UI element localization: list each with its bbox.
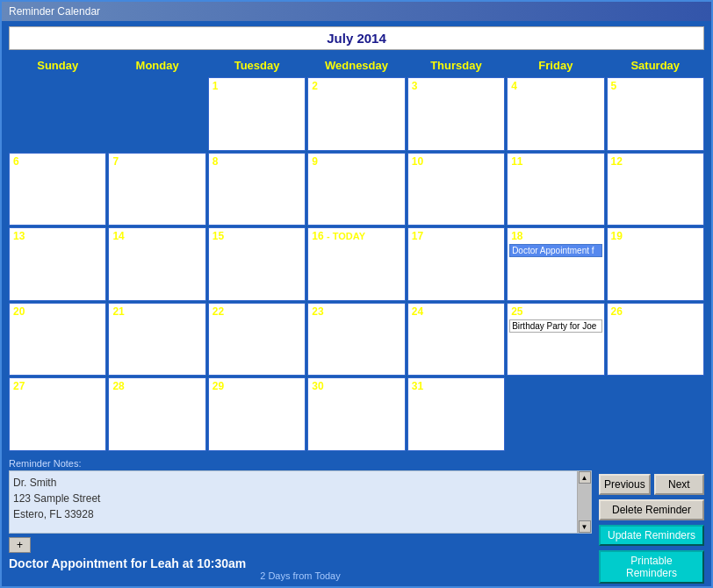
reminder-scrollbar[interactable]: ▲ ▼ — [577, 471, 591, 533]
cell-day-number: 9 — [312, 155, 318, 168]
month-header: July 2014 — [9, 26, 704, 50]
cal-cell[interactable]: 27 — [9, 377, 106, 451]
cell-day-number: 26 — [611, 305, 623, 318]
cal-cell[interactable]: 14 — [108, 227, 205, 301]
cell-day-number: 19 — [611, 230, 623, 242]
calendar-grid: 12345678910111213141516 - TODAY1718Docto… — [9, 77, 704, 451]
reminder-title-text: Doctor Appointment for Leah at 10:30am — [9, 556, 592, 570]
reminder-label: Reminder Notes: — [9, 458, 592, 469]
next-button[interactable]: Next — [654, 474, 704, 495]
cal-cell[interactable]: 22 — [208, 303, 306, 376]
event-chip[interactable]: Birthday Party for Joe — [509, 319, 601, 333]
cal-cell[interactable]: 19 — [607, 227, 704, 301]
cell-day-number: 17 — [412, 230, 423, 242]
cal-cell[interactable]: 10 — [407, 153, 505, 226]
cell-day-number: 10 — [412, 155, 423, 168]
cal-cell[interactable]: 8 — [208, 153, 306, 226]
cell-day-number: 15 — [212, 230, 224, 242]
reminder-notes-text: Dr. Smith123 Sample StreetEstero, FL 339… — [13, 475, 587, 522]
add-btn-row: + — [9, 536, 592, 553]
day-header-sunday: Sunday — [9, 55, 106, 75]
bottom-area: Reminder Notes: Dr. Smith123 Sample Stre… — [2, 455, 711, 586]
cal-cell[interactable]: 31 — [407, 377, 505, 451]
scroll-up-btn[interactable]: ▲ — [579, 471, 591, 484]
cal-cell[interactable]: 12 — [607, 153, 704, 226]
cal-cell[interactable]: 1 — [208, 77, 306, 151]
event-chip[interactable]: Doctor Appointment f — [509, 244, 601, 257]
reminder-days-text: 2 Days from Today — [9, 570, 592, 581]
cell-day-number: 30 — [312, 380, 323, 392]
day-header-saturday: Saturday — [607, 55, 704, 75]
calendar-area: July 2014 SundayMondayTuesdayWednesdayTh… — [2, 21, 711, 455]
cell-day-number: 22 — [212, 305, 224, 318]
cell-day-number: 2 — [312, 80, 318, 92]
cell-day-number: 13 — [13, 230, 25, 242]
cell-day-number: 12 — [611, 155, 623, 168]
cell-day-number: 31 — [412, 380, 423, 392]
cal-cell — [507, 377, 604, 451]
cell-day-number: 3 — [412, 80, 418, 92]
cal-cell[interactable]: 25Birthday Party for Joe — [507, 303, 604, 376]
cal-cell[interactable]: 30 — [307, 377, 405, 451]
cal-cell[interactable]: 16 - TODAY — [307, 227, 405, 301]
reminder-note-line: Dr. Smith — [13, 475, 587, 491]
cell-day-number: 25 — [511, 305, 522, 318]
cal-cell[interactable]: 6 — [9, 153, 106, 226]
cal-cell — [607, 377, 704, 451]
cal-cell[interactable]: 28 — [108, 377, 205, 451]
right-buttons-panel: Previous Next Delete Reminder Update Rem… — [599, 458, 704, 581]
previous-button[interactable]: Previous — [599, 474, 651, 495]
add-reminder-button[interactable]: + — [9, 537, 31, 553]
cell-day-number: 18 — [511, 230, 522, 242]
cell-day-number: 6 — [13, 155, 19, 168]
cell-day-number: 14 — [112, 230, 124, 242]
cal-cell[interactable]: 11 — [507, 153, 604, 226]
cal-cell[interactable]: 23 — [307, 303, 405, 376]
day-header-monday: Monday — [108, 55, 205, 75]
reminder-panel: Reminder Notes: Dr. Smith123 Sample Stre… — [9, 458, 592, 581]
cal-cell[interactable]: 24 — [407, 303, 505, 376]
update-reminders-button[interactable]: Update Reminders — [599, 525, 704, 546]
cell-day-number: 4 — [511, 80, 517, 92]
cal-cell[interactable]: 18Doctor Appointment f — [507, 227, 604, 301]
cal-cell[interactable]: 13 — [9, 227, 106, 301]
day-header-thursday: Thursday — [407, 55, 505, 75]
window-title: Reminder Calendar — [9, 5, 100, 18]
cell-day-number: 1 — [212, 80, 219, 92]
nav-row: Previous Next — [599, 474, 704, 495]
cell-day-number: 27 — [13, 380, 25, 392]
reminder-notes-box: Dr. Smith123 Sample StreetEstero, FL 339… — [9, 470, 592, 534]
cal-cell — [108, 77, 205, 151]
cell-day-number: 5 — [611, 80, 617, 92]
cal-cell[interactable]: 9 — [307, 153, 405, 226]
day-headers-row: SundayMondayTuesdayWednesdayThursdayFrid… — [9, 55, 704, 75]
cal-cell[interactable]: 7 — [108, 153, 205, 226]
cal-cell[interactable]: 29 — [208, 377, 306, 451]
cell-day-number: 23 — [312, 305, 323, 318]
day-header-friday: Friday — [507, 55, 604, 75]
reminder-note-line: Estero, FL 33928 — [13, 506, 587, 522]
printable-reminders-button[interactable]: Printable Reminders — [599, 550, 704, 584]
cell-day-number: 29 — [212, 380, 224, 392]
cell-day-number: 24 — [412, 305, 423, 318]
cell-day-number: 28 — [112, 380, 124, 392]
app-window: Reminder Calendar July 2014 SundayMonday… — [0, 0, 713, 588]
cal-cell[interactable]: 20 — [9, 303, 106, 376]
cal-cell[interactable]: 2 — [307, 77, 405, 151]
scroll-down-btn[interactable]: ▼ — [579, 520, 591, 533]
cell-day-number: 7 — [112, 155, 119, 168]
reminder-footer: Doctor Appointment for Leah at 10:30am 2… — [9, 556, 592, 581]
cal-cell[interactable]: 5 — [607, 77, 704, 151]
cal-cell[interactable]: 17 — [407, 227, 505, 301]
cell-day-number: 8 — [212, 155, 219, 168]
cal-cell[interactable]: 21 — [108, 303, 205, 376]
cal-cell[interactable]: 15 — [208, 227, 306, 301]
cal-cell[interactable]: 4 — [507, 77, 604, 151]
day-header-tuesday: Tuesday — [208, 55, 306, 75]
delete-reminder-button[interactable]: Delete Reminder — [599, 499, 704, 520]
cell-day-number: 16 - TODAY — [312, 230, 365, 242]
cal-cell[interactable]: 26 — [607, 303, 704, 376]
cal-cell[interactable]: 3 — [407, 77, 505, 151]
reminder-note-line: 123 Sample Street — [13, 491, 587, 506]
cell-day-number: 21 — [112, 305, 124, 318]
